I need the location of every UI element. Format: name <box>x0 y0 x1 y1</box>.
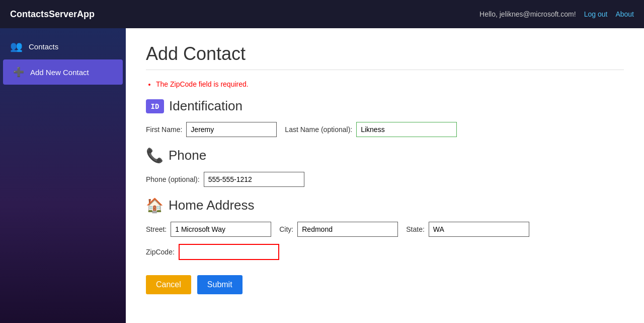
phone-label: Phone (optional): <box>146 175 200 183</box>
page-title: Add Contact <box>146 43 624 70</box>
address-form-row-2: ZipCode: <box>146 244 624 260</box>
street-group: Street: <box>146 222 271 237</box>
sidebar-item-add-new[interactable]: ➕ Add New Contact <box>3 59 123 85</box>
city-group: City: <box>279 222 398 237</box>
identification-title: Identification <box>169 98 243 114</box>
main-layout: 👥 Contacts ➕ Add New Contact Add Contact… <box>0 28 644 323</box>
phone-title: Phone <box>169 148 206 163</box>
sidebar: 👥 Contacts ➕ Add New Contact <box>0 28 126 323</box>
identification-section-header: ID Identification <box>146 98 624 114</box>
first-name-input[interactable] <box>186 122 277 137</box>
city-label: City: <box>279 225 293 233</box>
last-name-input[interactable] <box>356 122 457 137</box>
phone-section-header: 📞 Phone <box>146 147 624 164</box>
zip-validation-error: The ZipCode field is required. <box>156 80 624 88</box>
about-link[interactable]: About <box>615 10 634 18</box>
validation-errors: The ZipCode field is required. <box>146 80 624 88</box>
state-input[interactable] <box>429 222 529 237</box>
first-name-label: First Name: <box>146 125 182 134</box>
sidebar-add-new-label: Add New Contact <box>30 68 89 77</box>
address-section-header: 🏠 Home Address <box>146 197 624 214</box>
zip-label: ZipCode: <box>146 248 175 256</box>
state-label: State: <box>406 225 425 233</box>
main-content: Add Contact The ZipCode field is require… <box>126 28 644 323</box>
phone-icon: 📞 <box>146 147 164 164</box>
phone-input[interactable] <box>204 172 304 187</box>
button-row: Cancel Submit <box>146 275 624 294</box>
street-input[interactable] <box>171 222 271 237</box>
nav-right: Hello, jeliknes@microsoft.com! Log out A… <box>479 10 634 18</box>
app-title: ContactsServerApp <box>10 9 95 20</box>
contacts-icon: 👥 <box>10 40 23 52</box>
id-badge-icon: ID <box>146 99 164 113</box>
identification-form-row: First Name: Last Name (optional): <box>146 122 624 137</box>
sidebar-item-contacts[interactable]: 👥 Contacts <box>0 33 126 59</box>
phone-group: Phone (optional): <box>146 172 304 187</box>
address-form-row-1: Street: City: State: <box>146 222 624 237</box>
zip-group: ZipCode: <box>146 244 279 260</box>
first-name-group: First Name: <box>146 122 277 137</box>
logout-link[interactable]: Log out <box>584 10 608 18</box>
submit-button[interactable]: Submit <box>197 275 243 294</box>
city-input[interactable] <box>297 222 398 237</box>
last-name-group: Last Name (optional): <box>285 122 457 137</box>
street-label: Street: <box>146 225 167 233</box>
phone-form-row: Phone (optional): <box>146 172 624 187</box>
address-title: Home Address <box>169 198 255 213</box>
cancel-button[interactable]: Cancel <box>146 275 191 294</box>
add-icon: ➕ <box>13 67 24 78</box>
last-name-label: Last Name (optional): <box>285 125 352 134</box>
sidebar-contacts-label: Contacts <box>29 42 58 51</box>
top-nav: ContactsServerApp Hello, jeliknes@micros… <box>0 0 644 28</box>
hello-text: Hello, jeliknes@microsoft.com! <box>479 10 576 18</box>
house-icon: 🏠 <box>146 197 164 214</box>
zip-input[interactable] <box>179 244 279 260</box>
state-group: State: <box>406 222 529 237</box>
